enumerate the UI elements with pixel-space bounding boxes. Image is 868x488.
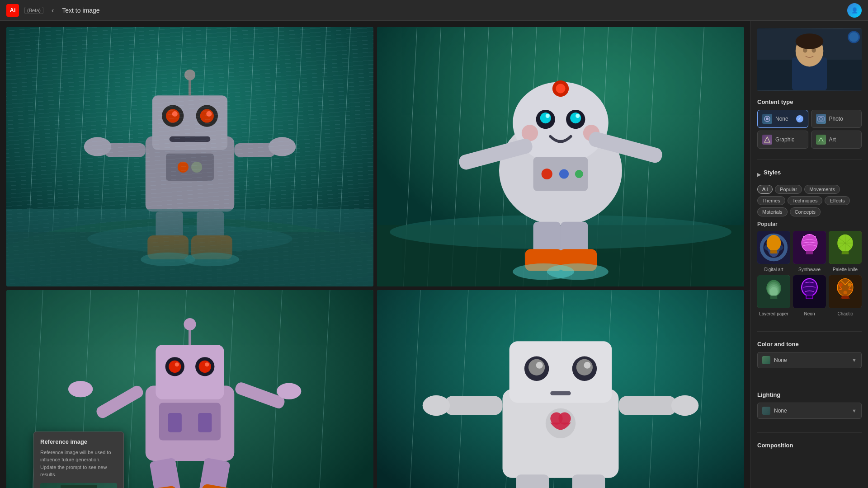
svg-rect-152 — [572, 475, 605, 488]
style-card-chaotic[interactable]: Chaotic — [829, 275, 862, 317]
filter-concepts[interactable]: Concepts — [790, 207, 821, 216]
reference-thumb-image — [40, 483, 117, 488]
filter-all[interactable]: All — [757, 185, 773, 194]
filter-movements[interactable]: Movements — [804, 185, 840, 194]
svg-point-142 — [584, 362, 590, 369]
content-type-art-label: Art — [829, 136, 836, 143]
robot-illustration-4 — [377, 290, 744, 488]
color-tone-section: Color and tone None ▼ — [757, 341, 862, 368]
expand-styles-icon[interactable]: ▶ — [757, 172, 761, 178]
svg-point-141 — [536, 362, 543, 369]
reference-tooltip-title: Reference image — [40, 438, 117, 445]
svg-rect-227 — [842, 296, 849, 299]
svg-point-172 — [811, 47, 816, 53]
lighting-title: Lighting — [757, 391, 862, 398]
svg-point-68 — [576, 114, 580, 118]
color-tone-icon — [762, 356, 770, 364]
styles-section: ▶ Styles All Popular Movements Themes Te… — [757, 169, 862, 322]
style-card-digital-art[interactable]: Digital art — [757, 231, 790, 272]
neon-label: Neon — [804, 311, 815, 316]
image-cell-bottom-right[interactable] — [377, 290, 744, 488]
content-type-none-label: None — [775, 116, 788, 122]
svg-rect-201 — [842, 251, 849, 254]
style-card-palette-knife[interactable]: Palette knife — [829, 231, 862, 272]
svg-point-36 — [191, 162, 202, 173]
art-icon-svg — [817, 136, 825, 143]
svg-point-109 — [277, 383, 301, 399]
content-type-section: Content type None ✓ — [757, 99, 862, 150]
reference-thumb-svg — [61, 485, 97, 488]
divider-4 — [757, 432, 862, 433]
svg-point-140 — [576, 359, 593, 375]
style-card-neon[interactable]: Neon — [793, 275, 826, 317]
none-icon — [762, 114, 772, 124]
beta-tag: (Beta) — [24, 7, 43, 14]
svg-point-62 — [556, 84, 565, 93]
filter-popular[interactable]: Popular — [775, 185, 802, 194]
content-type-grid: None ✓ Photo — [757, 110, 862, 149]
composition-title: Composition — [757, 442, 862, 449]
filter-effects[interactable]: Effects — [825, 196, 849, 205]
style-filter-row: All Popular Movements Themes Techniques … — [757, 185, 862, 216]
svg-point-209 — [770, 287, 778, 296]
svg-point-82 — [547, 263, 609, 280]
digital-art-label: Digital art — [764, 267, 783, 272]
style-card-layered-paper[interactable]: Layered paper — [757, 275, 790, 317]
digital-art-image — [757, 231, 790, 264]
svg-point-25 — [172, 111, 178, 117]
color-tone-dropdown[interactable]: None ▼ — [757, 352, 862, 368]
styles-header: ▶ Styles — [757, 169, 862, 180]
lighting-dropdown[interactable]: None ▼ — [757, 403, 862, 419]
svg-point-102 — [184, 318, 196, 330]
image-cell-top-left[interactable] — [6, 27, 373, 286]
reference-tooltip-description: Reference image will be used to influenc… — [40, 449, 117, 479]
content-type-none[interactable]: None ✓ — [757, 110, 808, 128]
painted-scene-2 — [377, 27, 744, 286]
svg-point-178 — [820, 117, 822, 120]
synthwave-label: Synthwave — [798, 267, 821, 272]
divider-2 — [757, 331, 862, 332]
filter-techniques[interactable]: Techniques — [788, 196, 823, 205]
chaotic-label: Chaotic — [838, 311, 853, 316]
svg-point-174 — [849, 32, 859, 42]
svg-point-24 — [200, 109, 214, 122]
neon-image — [793, 275, 826, 308]
style-card-synthwave[interactable]: Synthwave — [793, 231, 826, 272]
svg-point-28 — [184, 70, 195, 80]
main-layout: Reference image Reference image will be … — [0, 21, 868, 488]
svg-point-149 — [423, 395, 450, 416]
filter-themes[interactable]: Themes — [757, 196, 785, 205]
filter-materials[interactable]: Materials — [757, 207, 788, 216]
svg-point-171 — [803, 47, 807, 53]
content-type-photo[interactable]: Photo — [811, 110, 862, 128]
popular-subsection-label: Popular — [757, 221, 862, 227]
photo-icon — [816, 114, 826, 124]
image-area: Reference image Reference image will be … — [0, 21, 750, 488]
svg-point-225 — [848, 283, 851, 286]
synthwave-svg — [793, 231, 826, 264]
painted-scene-4 — [377, 290, 744, 488]
svg-point-26 — [206, 111, 212, 117]
divider-1 — [757, 160, 862, 160]
svg-point-98 — [199, 361, 211, 373]
image-cell-bottom-left[interactable]: Reference image Reference image will be … — [6, 290, 373, 488]
content-type-graphic[interactable]: Graphic — [757, 131, 808, 149]
content-type-art[interactable]: Art — [811, 131, 862, 149]
svg-rect-105 — [198, 413, 212, 432]
svg-point-23 — [166, 109, 179, 122]
svg-point-32 — [84, 137, 111, 156]
svg-point-65 — [540, 113, 551, 123]
composition-section: Composition — [757, 442, 862, 453]
svg-rect-29 — [170, 136, 211, 142]
webcam-preview — [757, 28, 862, 91]
svg-line-194 — [803, 236, 804, 237]
photo-icon-svg — [817, 115, 825, 122]
back-button[interactable]: ‹ — [49, 5, 57, 15]
svg-point-99 — [175, 363, 179, 367]
svg-rect-104 — [168, 413, 182, 432]
styles-title: Styles — [764, 169, 781, 176]
page-title: Text to image — [62, 7, 99, 14]
image-cell-top-right[interactable] — [377, 27, 744, 286]
svg-rect-210 — [770, 296, 777, 299]
chaotic-svg — [829, 275, 862, 308]
